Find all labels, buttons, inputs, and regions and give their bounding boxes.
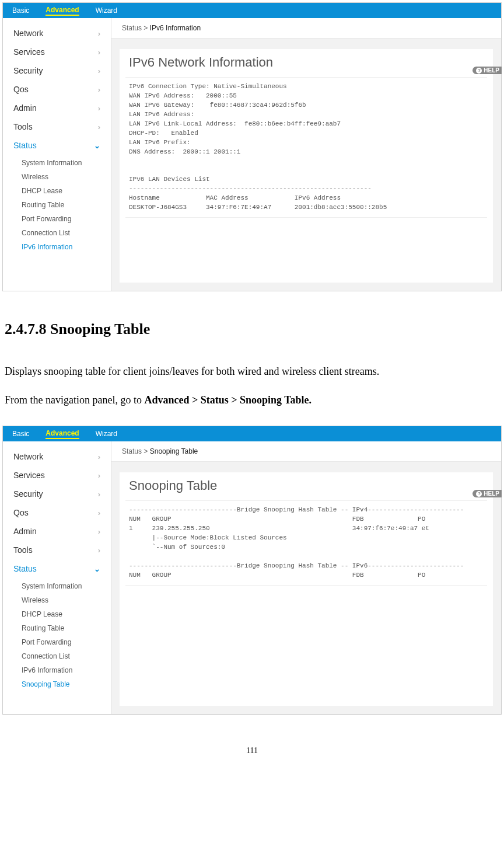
sidebar-label: Security	[13, 489, 43, 499]
sidebar-item-admin[interactable]: Admin›	[3, 522, 111, 541]
chevron-right-icon: ›	[98, 85, 100, 94]
chevron-right-icon: ›	[98, 546, 100, 555]
subnav-wireless[interactable]: Wireless	[22, 170, 111, 184]
subnav-sysinfo[interactable]: System Information	[22, 156, 111, 170]
sidebar-item-qos[interactable]: Qos›	[3, 80, 111, 99]
sidebar: Network› Services› Security› Qos› Admin›…	[3, 18, 111, 291]
subnav-dhcp[interactable]: DHCP Lease	[22, 184, 111, 198]
sidebar-label: Network	[13, 452, 43, 461]
sidebar-item-tools[interactable]: Tools›	[3, 541, 111, 559]
subnav-routing[interactable]: Routing Table	[22, 198, 111, 212]
chevron-right-icon: ›	[98, 29, 100, 38]
breadcrumb-prefix: Status >	[122, 24, 150, 32]
chevron-right-icon: ›	[98, 48, 100, 57]
content-area: Status > Snooping Table ?HELP Snooping T…	[111, 441, 501, 714]
sidebar-item-network[interactable]: Network›	[3, 447, 111, 466]
sidebar-item-services[interactable]: Services›	[3, 43, 111, 61]
sidebar-item-security[interactable]: Security›	[3, 485, 111, 503]
content-area: Status > IPv6 Information ?HELP IPv6 Net…	[111, 18, 501, 291]
sidebar-label: Admin	[13, 527, 37, 536]
doc-paragraph-1: Displays snooping table for client joins…	[5, 359, 499, 384]
chevron-right-icon: ›	[98, 104, 100, 113]
sidebar-label: Admin	[13, 103, 37, 113]
help-button[interactable]: ?HELP	[473, 67, 502, 74]
chevron-down-icon: ⌄	[94, 565, 100, 573]
screenshot-ipv6-info: Basic Advanced Wizard Network› Services›…	[2, 2, 502, 291]
tab-basic[interactable]: Basic	[12, 430, 29, 438]
sidebar-label: Qos	[13, 85, 29, 94]
subnav-wireless[interactable]: Wireless	[22, 593, 111, 607]
sidebar-label: Tools	[13, 545, 33, 555]
chevron-right-icon: ›	[98, 527, 100, 536]
tab-wizard[interactable]: Wizard	[96, 6, 117, 15]
subnav: System Information Wireless DHCP Lease R…	[3, 155, 111, 257]
top-nav: Basic Advanced Wizard	[3, 426, 501, 441]
snooping-table-text: ----------------------------Bridge Snoop…	[125, 501, 487, 586]
sidebar-label: Tools	[13, 122, 33, 131]
subnav-portfwd[interactable]: Port Forwarding	[22, 635, 111, 649]
breadcrumb-current: Snooping Table	[150, 447, 198, 455]
sidebar-item-qos[interactable]: Qos›	[3, 503, 111, 522]
sidebar-label: Network	[13, 29, 43, 38]
sidebar-item-admin[interactable]: Admin›	[3, 99, 111, 117]
screenshot-snooping: Basic Advanced Wizard Network› Services›…	[2, 426, 502, 715]
sidebar-item-network[interactable]: Network›	[3, 24, 111, 43]
sidebar-label: Status	[13, 141, 37, 150]
ipv6-info-text: IPv6 Connection Type: Native-Simultaneou…	[125, 78, 487, 218]
chevron-right-icon: ›	[98, 123, 100, 131]
subnav-portfwd[interactable]: Port Forwarding	[22, 212, 111, 226]
page-number: 111	[0, 726, 504, 766]
subnav: System Information Wireless DHCP Lease R…	[3, 578, 111, 695]
help-button[interactable]: ?HELP	[473, 490, 502, 497]
subnav-ipv6[interactable]: IPv6 Information	[22, 663, 111, 677]
subnav-routing[interactable]: Routing Table	[22, 621, 111, 635]
sidebar-label: Security	[13, 66, 43, 75]
question-icon: ?	[476, 68, 482, 74]
sidebar-item-services[interactable]: Services›	[3, 466, 111, 485]
sidebar-item-status[interactable]: Status⌄	[3, 136, 111, 155]
sidebar-label: Services	[13, 471, 45, 480]
chevron-right-icon: ›	[98, 509, 100, 517]
chevron-right-icon: ›	[98, 471, 100, 480]
sidebar-label: Qos	[13, 508, 29, 517]
top-nav: Basic Advanced Wizard	[3, 3, 501, 18]
subnav-snooping[interactable]: Snooping Table	[22, 677, 111, 691]
sidebar-item-tools[interactable]: Tools›	[3, 117, 111, 136]
doc-p2-path: Advanced > Status > Snooping Table.	[144, 394, 312, 406]
sidebar-item-status[interactable]: Status⌄	[3, 559, 111, 578]
subnav-connlist[interactable]: Connection List	[22, 226, 111, 240]
tab-wizard[interactable]: Wizard	[96, 430, 117, 438]
panel-snooping: ?HELP Snooping Table -------------------…	[120, 472, 493, 706]
sidebar-label: Services	[13, 47, 45, 57]
sidebar-label: Status	[13, 564, 37, 573]
subnav-ipv6[interactable]: IPv6 Information	[22, 240, 111, 254]
doc-heading: 2.4.7.8 Snooping Table	[5, 321, 499, 338]
sidebar-item-security[interactable]: Security›	[3, 61, 111, 80]
question-icon: ?	[476, 491, 482, 497]
doc-paragraph-2: From the navigation panel, go to Advance…	[5, 388, 499, 413]
breadcrumb: Status > IPv6 Information	[111, 18, 501, 39]
help-label: HELP	[484, 67, 499, 74]
panel-title: Snooping Table	[125, 476, 487, 501]
chevron-down-icon: ⌄	[94, 141, 100, 150]
doc-body: 2.4.7.8 Snooping Table Displays snooping…	[0, 303, 504, 413]
breadcrumb: Status > Snooping Table	[111, 441, 501, 462]
chevron-right-icon: ›	[98, 67, 100, 75]
subnav-sysinfo[interactable]: System Information	[22, 579, 111, 593]
doc-p2-prefix: From the navigation panel, go to	[5, 394, 144, 406]
sidebar: Network› Services› Security› Qos› Admin›…	[3, 441, 111, 714]
chevron-right-icon: ›	[98, 452, 100, 461]
tab-basic[interactable]: Basic	[12, 6, 29, 15]
panel-ipv6: ?HELP IPv6 Network Information IPv6 Conn…	[120, 49, 493, 283]
help-label: HELP	[484, 490, 499, 497]
breadcrumb-prefix: Status >	[122, 447, 150, 455]
chevron-right-icon: ›	[98, 490, 100, 499]
panel-title: IPv6 Network Information	[125, 53, 487, 78]
subnav-connlist[interactable]: Connection List	[22, 649, 111, 663]
tab-advanced[interactable]: Advanced	[46, 429, 79, 439]
tab-advanced[interactable]: Advanced	[46, 6, 79, 16]
breadcrumb-current: IPv6 Information	[150, 24, 201, 32]
subnav-dhcp[interactable]: DHCP Lease	[22, 607, 111, 621]
